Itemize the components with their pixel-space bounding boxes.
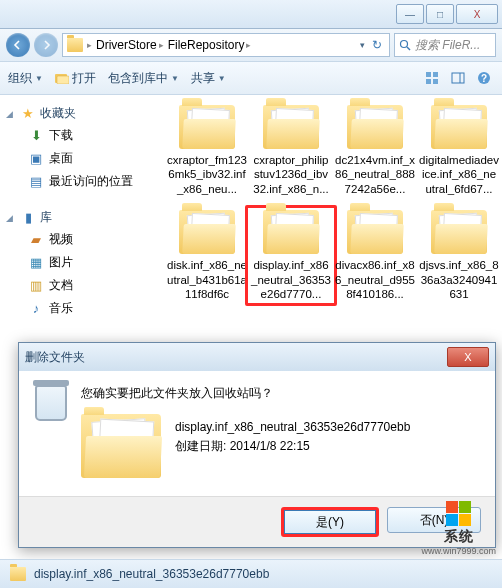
toolbar-share[interactable]: 共享 ▼ [191, 70, 226, 87]
sidebar-item-pictures[interactable]: ▦图片 [6, 251, 156, 274]
pictures-icon: ▦ [28, 255, 44, 271]
sidebar-item-documents[interactable]: ▥文档 [6, 274, 156, 297]
libraries-icon: ▮ [20, 210, 36, 226]
search-input[interactable]: 搜索 FileR... [394, 33, 496, 57]
star-icon: ★ [20, 106, 36, 122]
sidebar-favorites[interactable]: ◢★收藏夹 [6, 103, 156, 124]
dialog-yes-button[interactable]: 是(Y) [281, 507, 379, 537]
dialog-created-value: 2014/1/8 22:15 [230, 439, 310, 453]
breadcrumb-driverstore[interactable]: DriverStore ▸ [96, 38, 164, 52]
toolbar-organize[interactable]: 组织 ▼ [8, 70, 43, 87]
recycle-bin-icon [35, 385, 67, 421]
search-icon [399, 39, 411, 51]
folder-icon [67, 38, 83, 52]
svg-rect-8 [452, 73, 464, 83]
folder-item[interactable]: djsvs.inf_x86_836a3a3240941631 [418, 210, 500, 301]
search-placeholder: 搜索 FileR... [415, 37, 480, 54]
status-bar: display.inf_x86_neutral_36353e26d7770ebb [0, 559, 502, 588]
toolbar: 组织 ▼ 打开 包含到库中 ▼ 共享 ▼ ? [0, 62, 502, 95]
folder-item[interactable]: divacx86.inf_x86_neutral_d9558f410186... [334, 210, 416, 301]
folder-icon [81, 414, 161, 478]
download-icon: ⬇ [28, 128, 44, 144]
svg-point-0 [401, 41, 408, 48]
address-bar[interactable]: ▸ DriverStore ▸ FileRepository ▸ ▾ ↻ [62, 33, 390, 57]
svg-rect-7 [433, 79, 438, 84]
svg-rect-6 [426, 79, 431, 84]
folder-item[interactable]: disk.inf_x86_neutral_b431b61a11f8df6c [166, 210, 248, 301]
sidebar-item-recent[interactable]: ▤最近访问的位置 [6, 170, 156, 193]
status-text: display.inf_x86_neutral_36353e26d7770ebb [34, 567, 269, 581]
toolbar-include[interactable]: 包含到库中 ▼ [108, 70, 179, 87]
preview-pane-button[interactable] [448, 68, 468, 88]
window-titlebar: — □ X [0, 0, 502, 29]
chevron-down-icon[interactable]: ▾ [360, 40, 365, 50]
folder-item[interactable]: cxraptor_philipstuv1236d_ibv32.inf_x86_n… [250, 105, 332, 196]
sidebar-item-videos[interactable]: ▰视频 [6, 228, 156, 251]
watermark-url: www.win7999.com [421, 546, 496, 556]
video-icon: ▰ [28, 232, 44, 248]
close-button[interactable]: X [456, 4, 498, 24]
folder-item-selected[interactable]: display.inf_x86_neutral_36353e26d7770... [245, 205, 337, 306]
svg-text:?: ? [481, 73, 487, 84]
minimize-button[interactable]: — [396, 4, 424, 24]
windows-logo-icon [446, 501, 471, 526]
sidebar-item-desktop[interactable]: ▣桌面 [6, 147, 156, 170]
dialog-close-button[interactable]: X [447, 347, 489, 367]
svg-rect-3 [57, 76, 69, 84]
maximize-button[interactable]: □ [426, 4, 454, 24]
help-button[interactable]: ? [474, 68, 494, 88]
folder-item[interactable]: cxraptor_fm1236mk5_ibv32.inf_x86_neu... [166, 105, 248, 196]
sidebar-item-music[interactable]: ♪音乐 [6, 297, 156, 320]
recent-icon: ▤ [28, 174, 44, 190]
view-options-button[interactable] [422, 68, 442, 88]
sidebar-libraries[interactable]: ◢▮库 [6, 207, 156, 228]
desktop-icon: ▣ [28, 151, 44, 167]
documents-icon: ▥ [28, 278, 44, 294]
svg-rect-4 [426, 72, 431, 77]
nav-back-button[interactable] [6, 33, 30, 57]
dialog-titlebar: 删除文件夹 X [19, 343, 495, 371]
folder-icon [10, 567, 26, 581]
svg-line-1 [407, 47, 410, 50]
watermark-brand: 系统 [421, 528, 496, 546]
toolbar-open[interactable]: 打开 [55, 70, 96, 87]
dialog-filename: display.inf_x86_neutral_36353e26d7770ebb [175, 418, 410, 437]
nav-forward-button[interactable] [34, 33, 58, 57]
refresh-button[interactable]: ↻ [369, 38, 385, 52]
dialog-created-label: 创建日期: [175, 439, 226, 453]
breadcrumb-filerepository[interactable]: FileRepository ▸ [168, 38, 252, 52]
open-icon [55, 72, 69, 84]
dialog-title: 删除文件夹 [25, 349, 85, 366]
folder-item[interactable]: digitalmediadevice.inf_x86_neutral_6fd67… [418, 105, 500, 196]
music-icon: ♪ [28, 301, 44, 317]
folder-item[interactable]: dc21x4vm.inf_x86_neutral_8887242a56e... [334, 105, 416, 196]
sidebar-item-downloads[interactable]: ⬇下载 [6, 124, 156, 147]
address-bar-row: ▸ DriverStore ▸ FileRepository ▸ ▾ ↻ 搜索 … [0, 29, 502, 62]
watermark: 系统 www.win7999.com [421, 501, 496, 556]
svg-rect-5 [433, 72, 438, 77]
dialog-question: 您确实要把此文件夹放入回收站吗？ [81, 385, 479, 402]
